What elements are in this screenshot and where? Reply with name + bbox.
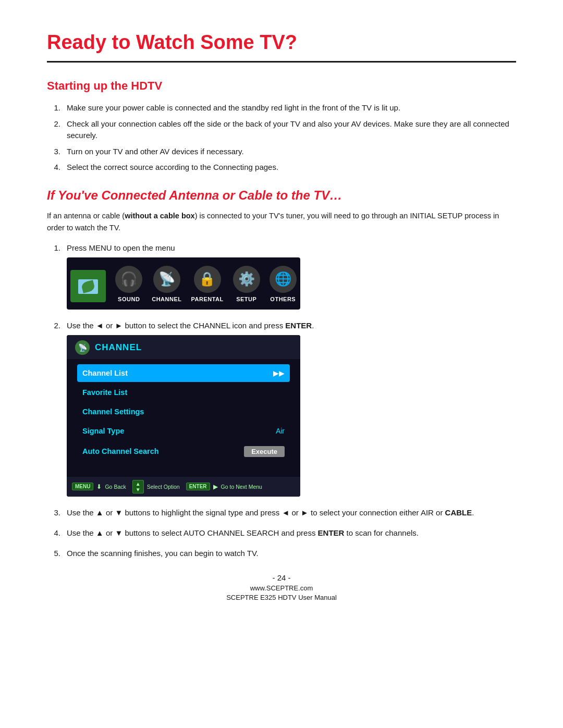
- auto-channel-label: Auto Channel Search: [82, 447, 159, 455]
- page-title: Ready to Watch Some TV?: [47, 31, 516, 54]
- channel-icon: 📡: [153, 266, 180, 293]
- tv-menu-item-parental: 🔒 PARENTAL: [191, 266, 224, 302]
- select-key: ▲▼: [132, 480, 144, 493]
- go-back-label: Go Back: [105, 484, 126, 490]
- tv-screen-box: [75, 273, 102, 300]
- step-num: 1.: [47, 243, 60, 252]
- channel-menu-body: Channel List ▶▶ Favorite List Channel Se…: [67, 359, 300, 477]
- tv-menu-screenshot: 🎧 SOUND 📡 CHANNEL 🔒 PARENTAL ⚙️ SETUP 🌐: [67, 257, 300, 310]
- title-divider: [47, 61, 516, 63]
- step1-row: 1. Press MENU to open the menu: [47, 243, 516, 252]
- step-text: Once the scanning finishes, you can begi…: [67, 549, 516, 558]
- step-text: Use the ◄ or ► button to select the CHAN…: [67, 321, 516, 330]
- step5-block: 5. Once the scanning finishes, you can b…: [47, 549, 516, 558]
- step-num: 4.: [47, 528, 60, 537]
- enter-key: ENTER: [186, 483, 210, 490]
- step-text: Use the ▲ or ▼ buttons to highlight the …: [67, 508, 516, 517]
- footer-url: www.SCEPTRE.com: [47, 584, 516, 592]
- channel-list-value: ▶▶: [273, 369, 285, 377]
- right-arrow-icon: ▶: [213, 483, 218, 490]
- section1-list: 1. Make sure your power cable is connect…: [47, 102, 516, 174]
- next-menu-label: Go to Next Menu: [221, 484, 262, 490]
- signal-type-item: Signal Type Air: [77, 422, 290, 440]
- step2-block: 2. Use the ◄ or ► button to select the C…: [47, 321, 516, 497]
- list-text: Check all your connection cables off the…: [67, 118, 516, 142]
- tv-screen-leaf: [81, 280, 95, 293]
- tv-menu-icons: 🎧 SOUND 📡 CHANNEL 🔒 PARENTAL ⚙️ SETUP 🌐: [77, 266, 290, 302]
- channel-list-item: Channel List ▶▶: [77, 364, 290, 382]
- list-item: 3. Turn on your TV and other AV devices …: [47, 146, 516, 158]
- list-text: Turn on your TV and other AV devices if …: [67, 146, 516, 158]
- tv-menu-item-sound: 🎧 SOUND: [115, 266, 142, 302]
- page-number: - 24 -: [47, 573, 516, 582]
- list-text: Select the correct source according to t…: [67, 162, 516, 174]
- channel-list-label: Channel List: [82, 369, 128, 377]
- list-item: 1. Make sure your power cable is connect…: [47, 102, 516, 114]
- auto-channel-item: Auto Channel Search Execute: [77, 441, 290, 462]
- step-num: 5.: [47, 549, 60, 558]
- favorite-list-item: Favorite List: [77, 384, 290, 401]
- step1-block: 1. Press MENU to open the menu 🎧 SOUND 📡: [47, 243, 516, 310]
- step-num: 2.: [47, 321, 60, 330]
- sound-icon: 🎧: [115, 266, 142, 293]
- channel-menu-icon: 📡: [75, 340, 90, 355]
- step4-block: 4. Use the ▲ or ▼ buttons to select AUTO…: [47, 528, 516, 537]
- channel-settings-item: Channel Settings: [77, 403, 290, 421]
- channel-label: CHANNEL: [152, 296, 181, 302]
- down-arrow-icon: ⬇: [96, 483, 102, 490]
- tv-menu-item-others: 🌐 OTHERS: [270, 266, 297, 302]
- tv-menu-item-tv: [70, 270, 106, 302]
- tv-menu-item-channel: 📡 CHANNEL: [152, 266, 181, 302]
- list-text: Make sure your power cable is connected …: [67, 102, 516, 114]
- select-option-label: Select Option: [147, 484, 180, 490]
- list-item: 2. Check all your connection cables off …: [47, 118, 516, 142]
- favorite-list-label: Favorite List: [82, 388, 127, 397]
- step3-row: 3. Use the ▲ or ▼ buttons to highlight t…: [47, 508, 516, 517]
- intro-paragraph: If an antenna or cable (without a cable …: [47, 210, 516, 234]
- list-num: 3.: [47, 146, 60, 158]
- setup-label: SETUP: [236, 296, 256, 302]
- channel-footer: MENU ⬇ Go Back ▲▼ Select Option ENTER ▶ …: [67, 477, 300, 497]
- step-num: 3.: [47, 508, 60, 517]
- step2-row: 2. Use the ◄ or ► button to select the C…: [47, 321, 516, 330]
- section1-title: Starting up the HDTV: [47, 79, 516, 93]
- tv-menu-item-setup: ⚙️ SETUP: [233, 266, 260, 302]
- step3-block: 3. Use the ▲ or ▼ buttons to highlight t…: [47, 508, 516, 517]
- list-item: 4. Select the correct source according t…: [47, 162, 516, 174]
- parental-label: PARENTAL: [191, 296, 224, 302]
- parental-icon: 🔒: [194, 266, 221, 293]
- channel-menu-title: CHANNEL: [95, 342, 142, 353]
- signal-type-value: Air: [276, 427, 285, 435]
- sound-label: SOUND: [118, 296, 140, 302]
- step5-row: 5. Once the scanning finishes, you can b…: [47, 549, 516, 558]
- footer-manual: SCEPTRE E325 HDTV User Manual: [47, 594, 516, 601]
- step4-row: 4. Use the ▲ or ▼ buttons to select AUTO…: [47, 528, 516, 537]
- list-num: 1.: [47, 102, 60, 114]
- step-text: Use the ▲ or ▼ buttons to select AUTO CH…: [67, 528, 516, 537]
- tv-screen-inner: [78, 279, 98, 294]
- menu-key: MENU: [72, 483, 93, 490]
- spacer: [77, 463, 290, 474]
- signal-type-label: Signal Type: [82, 427, 124, 435]
- setup-icon: ⚙️: [233, 266, 260, 293]
- channel-header: 📡 CHANNEL: [67, 335, 300, 359]
- list-num: 4.: [47, 162, 60, 174]
- section2-title: If You've Connected Antenna or Cable to …: [47, 188, 516, 203]
- list-num: 2.: [47, 118, 60, 142]
- step-text: Press MENU to open the menu: [67, 243, 516, 252]
- execute-button[interactable]: Execute: [244, 446, 285, 457]
- channel-screenshot: 📡 CHANNEL Channel List ▶▶ Favorite List …: [67, 335, 300, 497]
- others-label: OTHERS: [270, 296, 296, 302]
- channel-settings-label: Channel Settings: [82, 408, 144, 416]
- others-icon: 🌐: [270, 266, 297, 293]
